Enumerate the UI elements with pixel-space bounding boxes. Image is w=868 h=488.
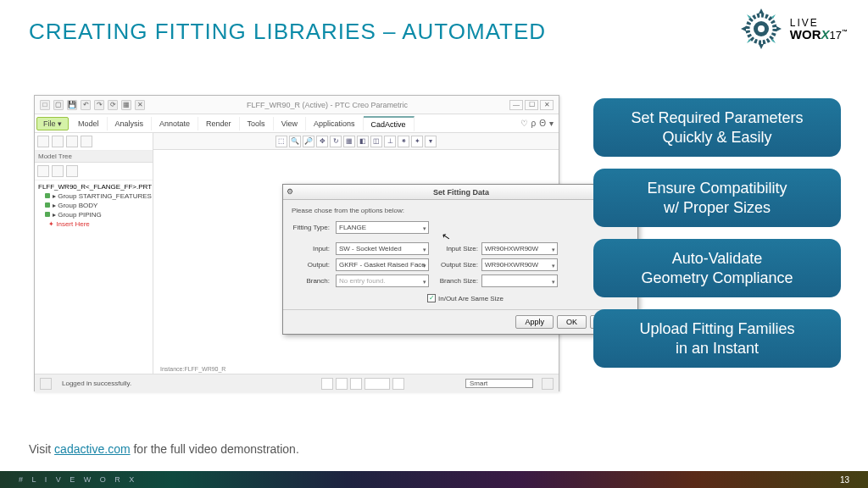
spin-icon[interactable]: ↻ xyxy=(330,136,342,147)
tab-view[interactable]: View xyxy=(274,117,306,130)
tab-analysis[interactable]: Analysis xyxy=(108,117,153,130)
model-tree[interactable]: FLFF_WR90_R<_FLANGE_FF>.PRT ▸ Group STAR… xyxy=(35,180,153,230)
point-icon[interactable]: ⁕ xyxy=(398,136,409,147)
save-icon[interactable]: 💾 xyxy=(67,100,77,110)
tab-tools[interactable]: Tools xyxy=(240,117,274,130)
window-titlebar: □ ▢ 💾 ↶ ↷ ⟳ ▦ ✕ FLFF_WR90_R (Active) - P… xyxy=(35,96,559,114)
svg-marker-4 xyxy=(759,44,764,49)
heart-icon[interactable]: ♡ xyxy=(520,119,528,128)
logo-group: LIVE WORX17™ xyxy=(739,7,848,51)
fitting-type-select[interactable]: FLANGE xyxy=(336,221,429,234)
sel-tool-2-icon[interactable] xyxy=(336,378,348,390)
tree-group-piping[interactable]: ▸ Group PIPING xyxy=(36,210,151,219)
display-style-icon[interactable]: ◧ xyxy=(357,136,369,147)
cadactive-link[interactable]: cadactive.com xyxy=(54,442,130,456)
branch-size-select[interactable] xyxy=(481,274,558,287)
ribbon-tabs[interactable]: File ▾ Model Analysis Annotate Render To… xyxy=(35,114,559,133)
csys-icon[interactable]: ✦ xyxy=(411,136,423,147)
windows-icon[interactable]: ▦ xyxy=(121,100,131,110)
same-size-label: In/Out Are Same Size xyxy=(438,295,504,302)
redo-icon[interactable]: ↷ xyxy=(94,100,104,110)
input-label: Input: xyxy=(292,245,332,252)
window-controls[interactable]: —☐✕ xyxy=(509,100,554,110)
zoom-in-icon[interactable]: 🔍 xyxy=(289,136,301,147)
gear-tab-icon[interactable] xyxy=(81,136,92,147)
help-icon[interactable]: Θ xyxy=(539,119,546,128)
output-select[interactable]: GKRF - Gasket Raised Face xyxy=(336,258,429,271)
saved-view-icon[interactable]: ▦ xyxy=(343,136,355,147)
svg-marker-6 xyxy=(776,26,782,31)
tab-model[interactable]: Model xyxy=(70,117,108,130)
slide-title: CREATING FITTING LIBRARIES – AUTOMATED xyxy=(29,19,546,45)
tab-file[interactable]: File ▾ xyxy=(36,117,69,130)
quick-access-toolbar[interactable]: □ ▢ 💾 ↶ ↷ ⟳ ▦ ✕ xyxy=(40,100,145,110)
pan-icon[interactable]: ✥ xyxy=(316,136,328,147)
find-icon[interactable] xyxy=(392,378,404,390)
tree-insert-here[interactable]: ✦ Insert Here xyxy=(36,219,151,229)
ok-button[interactable]: OK xyxy=(557,315,587,329)
dialog-title: Set Fitting Data xyxy=(300,188,622,197)
model-tree-panel: Model Tree FLFF_WR90_R<_FLANGE_FF>.PRT ▸… xyxy=(35,133,153,374)
gear-logo-icon xyxy=(739,7,783,51)
benefit-validate: Auto-ValidateGeometry Compliance xyxy=(593,239,841,297)
branch-select[interactable]: No entry found. xyxy=(336,274,429,287)
maximize-icon[interactable]: ☐ xyxy=(525,100,538,110)
regen-icon[interactable]: ⟳ xyxy=(108,100,118,110)
benefits-list: Set Required ParametersQuickly & Easily … xyxy=(593,98,841,368)
output-size-select[interactable]: WR90HXWR90W xyxy=(481,258,558,271)
zoom-out-icon[interactable]: 🔎 xyxy=(303,136,314,147)
view-toolbar[interactable]: ⬚🔍🔎✥↻▦◧◫⊥⁕✦▾ xyxy=(153,133,559,150)
apply-button[interactable]: Apply xyxy=(515,315,554,329)
undo-icon[interactable]: ↶ xyxy=(81,100,91,110)
status-end-icon[interactable] xyxy=(542,378,554,390)
hashtag: # L I V E W O R X xyxy=(19,475,137,484)
set-fitting-data-dialog: ⚙ Set Fitting Data ✕ Please chose from t… xyxy=(282,184,638,335)
status-bar: Logged in successfully. Smart xyxy=(35,374,559,392)
tree-root[interactable]: FLFF_WR90_R<_FLANGE_FF>.PRT xyxy=(36,182,151,191)
annot-icon[interactable]: ▾ xyxy=(425,136,437,147)
benefit-parameters: Set Required ParametersQuickly & Easily xyxy=(593,98,841,157)
tree-group-body[interactable]: ▸ Group BODY xyxy=(36,201,151,210)
flag-icon[interactable] xyxy=(350,378,362,390)
input-size-select[interactable]: WR90HXWR90W xyxy=(481,242,558,255)
folder-tab-icon[interactable] xyxy=(52,136,64,147)
new-icon[interactable]: □ xyxy=(40,100,50,110)
sidebar-tabs[interactable] xyxy=(35,133,153,151)
search-icon[interactable]: ρ xyxy=(531,119,537,128)
branch-label: Branch: xyxy=(292,277,332,285)
svg-point-2 xyxy=(758,25,765,32)
same-size-checkbox[interactable]: ✓ xyxy=(427,294,436,302)
tree-group-starting[interactable]: ▸ Group STARTING_FEATURES xyxy=(36,191,151,201)
sel-tool-1-icon[interactable] xyxy=(321,378,333,390)
tree-tools[interactable] xyxy=(35,163,153,180)
status-icon[interactable] xyxy=(40,378,52,390)
open-icon[interactable]: ▢ xyxy=(53,100,64,110)
datum-icon[interactable]: ◫ xyxy=(370,136,382,147)
close-icon[interactable]: ✕ xyxy=(540,100,554,110)
refit-icon[interactable]: ⬚ xyxy=(275,136,287,147)
status-message: Logged in successfully. xyxy=(57,380,131,387)
svg-marker-5 xyxy=(741,26,746,31)
tree-tab-icon[interactable] xyxy=(37,136,49,147)
dialog-gear-icon: ⚙ xyxy=(287,187,297,197)
ribbon-right-tools[interactable]: ♡ρΘ▾ xyxy=(520,119,559,128)
selection-filter-select[interactable]: Smart xyxy=(465,379,533,388)
graphics-canvas[interactable]: ⬚🔍🔎✥↻▦◧◫⊥⁕✦▾ ⚙ Set Fitting Data ✕ Please… xyxy=(153,133,559,374)
fav-tab-icon[interactable] xyxy=(66,136,78,147)
tab-render[interactable]: Render xyxy=(198,117,240,130)
tab-cadactive[interactable]: CadActive xyxy=(364,116,415,131)
benefit-upload: Upload Fitting Familiesin an Instant xyxy=(593,309,841,368)
input-select[interactable]: SW - Socket Welded xyxy=(336,242,429,255)
tab-annotate[interactable]: Annotate xyxy=(152,117,198,130)
status-tools[interactable] xyxy=(321,378,404,390)
chevron-down-icon[interactable]: ▾ xyxy=(549,119,554,128)
model-tree-header: Model Tree xyxy=(35,151,153,163)
output-label: Output: xyxy=(292,261,332,269)
close-all-icon[interactable]: ✕ xyxy=(135,100,145,110)
axis-icon[interactable]: ⊥ xyxy=(384,136,396,147)
tab-applications[interactable]: Applications xyxy=(306,117,364,130)
benefit-compatibility: Ensure Compatibilityw/ Proper Sizes xyxy=(593,169,841,227)
page-number: 13 xyxy=(840,475,849,485)
minimize-icon[interactable]: — xyxy=(509,100,523,110)
fitting-type-label: Fitting Type: xyxy=(292,224,332,231)
